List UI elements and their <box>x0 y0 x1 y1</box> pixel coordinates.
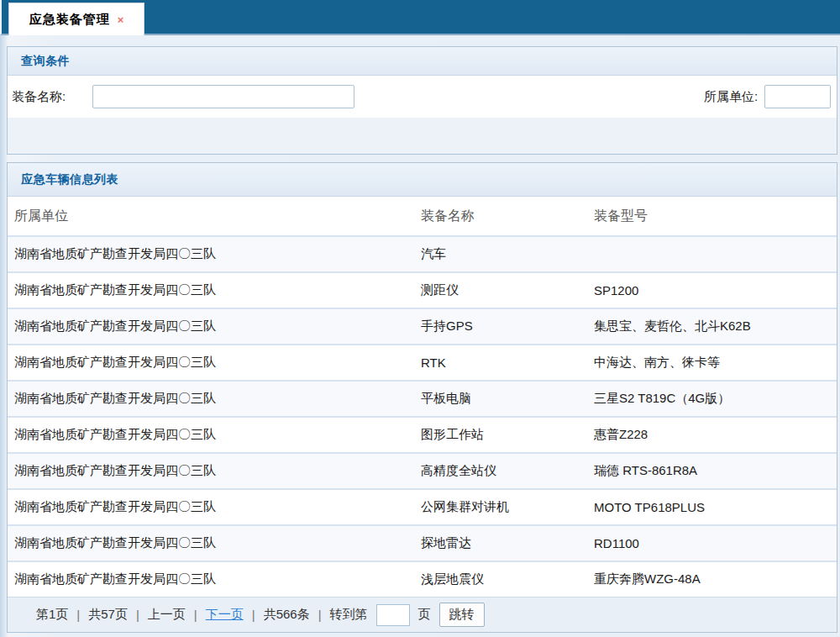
table-row: 湖南省地质矿产勘查开发局四〇三队 高精度全站仪 瑞德 RTS-861R8A <box>8 452 837 488</box>
cell-name: 探地雷达 <box>414 535 587 551</box>
query-panel-title: 查询条件 <box>8 47 837 76</box>
separator: | <box>136 608 139 622</box>
separator: | <box>76 608 80 622</box>
cell-name: 测距仪 <box>414 282 587 298</box>
table-row: 湖南省地质矿产勘查开发局四〇三队 测距仪 SP1200 <box>8 271 837 308</box>
cell-name: 汽车 <box>414 246 587 262</box>
unit-field: 所属单位: <box>704 85 831 108</box>
cell-model: 中海达、南方、徕卡等 <box>587 355 837 371</box>
query-panel-footer <box>8 118 837 154</box>
table-row: 湖南省地质矿产勘查开发局四〇三队 平板电脑 三星S2 T819C（4G版） <box>8 380 837 416</box>
total-records-label: 共566条 <box>264 607 310 623</box>
total-pages-label: 共57页 <box>88 607 128 623</box>
cell-model: SP1200 <box>587 283 837 297</box>
tab-strip: 应急装备管理 × <box>0 0 840 35</box>
column-header-unit: 所属单位 <box>8 208 414 225</box>
table-row: 湖南省地质矿产勘查开发局四〇三队 公网集群对讲机 MOTO TP618PLUS <box>8 488 837 524</box>
pagination-bar: 第1页 | 共57页 | 上一页 | 下一页 | 共566条 | 转到第 页 跳… <box>8 597 837 632</box>
table-row: 湖南省地质矿产勘查开发局四〇三队 汽车 <box>8 235 837 271</box>
cell-unit: 湖南省地质矿产勘查开发局四〇三队 <box>8 318 414 334</box>
cell-unit: 湖南省地质矿产勘查开发局四〇三队 <box>8 391 414 407</box>
cell-unit: 湖南省地质矿产勘查开发局四〇三队 <box>8 246 414 262</box>
equipment-name-input[interactable] <box>92 85 354 108</box>
cell-unit: 湖南省地质矿产勘查开发局四〇三队 <box>8 427 414 443</box>
goto-page-label: 转到第 <box>330 607 368 623</box>
tab-emergency-equipment[interactable]: 应急装备管理 × <box>8 3 144 35</box>
query-panel: 查询条件 装备名称: 所属单位: <box>7 46 837 155</box>
table-row: 湖南省地质矿产勘查开发局四〇三队 探地雷达 RD1100 <box>8 524 837 561</box>
cell-model: 集思宝、麦哲伦、北斗K62B <box>587 318 837 334</box>
cell-unit: 湖南省地质矿产勘查开发局四〇三队 <box>8 282 414 298</box>
cell-unit: 湖南省地质矿产勘查开发局四〇三队 <box>8 463 414 479</box>
table-row: 湖南省地质矿产勘查开发局四〇三队 RTK 中海达、南方、徕卡等 <box>8 344 837 380</box>
cell-name: 手持GPS <box>414 318 587 334</box>
cell-unit: 湖南省地质矿产勘查开发局四〇三队 <box>8 355 414 371</box>
column-header-model: 装备型号 <box>587 208 837 225</box>
separator: | <box>194 608 197 622</box>
page-suffix-label: 页 <box>418 607 431 623</box>
table-row: 湖南省地质矿产勘查开发局四〇三队 图形工作站 惠普Z228 <box>8 416 837 452</box>
goto-page-input[interactable] <box>376 604 410 626</box>
list-panel-title: 应急车辆信息列表 <box>8 163 837 197</box>
jump-button[interactable]: 跳转 <box>439 603 485 627</box>
cell-name: 图形工作站 <box>414 427 587 443</box>
table-header-row: 所属单位 装备名称 装备型号 <box>8 197 837 235</box>
cell-model: 惠普Z228 <box>587 427 837 443</box>
cell-name: 平板电脑 <box>414 391 587 407</box>
cell-unit: 湖南省地质矿产勘查开发局四〇三队 <box>8 571 414 587</box>
cell-name: RTK <box>414 355 587 370</box>
cell-model: 三星S2 T819C（4G版） <box>587 391 837 407</box>
separator: | <box>318 608 322 622</box>
tab-title: 应急装备管理 <box>29 12 110 28</box>
cell-model: MOTO TP618PLUS <box>587 500 837 514</box>
equipment-name-label: 装备名称: <box>12 89 86 105</box>
cell-unit: 湖南省地质矿产勘查开发局四〇三队 <box>8 499 414 515</box>
equipment-list-panel: 应急车辆信息列表 所属单位 装备名称 装备型号 湖南省地质矿产勘查开发局四〇三队… <box>7 162 837 633</box>
query-fields-row: 装备名称: 所属单位: <box>8 76 837 118</box>
cell-unit: 湖南省地质矿产勘查开发局四〇三队 <box>8 535 414 551</box>
table-row: 湖南省地质矿产勘查开发局四〇三队 手持GPS 集思宝、麦哲伦、北斗K62B <box>8 308 837 344</box>
table-row: 湖南省地质矿产勘查开发局四〇三队 浅层地震仪 重庆奔腾WZG-48A <box>8 561 837 597</box>
cell-model: RD1100 <box>587 536 837 550</box>
cell-name: 浅层地震仪 <box>414 571 587 587</box>
close-icon[interactable]: × <box>118 14 124 25</box>
column-header-name: 装备名称 <box>414 208 587 225</box>
separator: | <box>252 608 255 622</box>
cell-name: 高精度全站仪 <box>414 463 587 479</box>
prev-page-link[interactable]: 上一页 <box>148 607 186 623</box>
cell-name: 公网集群对讲机 <box>414 499 587 515</box>
cell-model: 重庆奔腾WZG-48A <box>587 571 837 587</box>
next-page-link[interactable]: 下一页 <box>206 607 244 623</box>
current-page-label: 第1页 <box>36 607 68 623</box>
unit-input[interactable] <box>764 85 831 108</box>
unit-label: 所属单位: <box>704 89 758 105</box>
cell-model: 瑞德 RTS-861R8A <box>587 463 837 479</box>
